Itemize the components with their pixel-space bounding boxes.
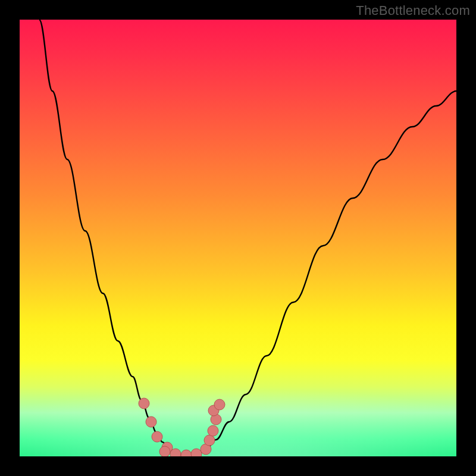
data-marker	[181, 450, 192, 456]
data-markers	[139, 398, 225, 456]
data-marker	[170, 449, 181, 456]
data-marker	[208, 425, 218, 436]
data-marker	[146, 416, 156, 427]
chart-svg	[20, 20, 456, 456]
data-marker	[152, 431, 162, 442]
outer-frame: TheBottleneck.com	[0, 0, 476, 476]
plot-area	[20, 20, 456, 456]
data-marker	[204, 435, 215, 446]
v-curve	[39, 20, 456, 456]
data-marker	[139, 398, 149, 409]
data-marker	[214, 399, 225, 410]
data-marker	[159, 446, 170, 456]
watermark-text: TheBottleneck.com	[356, 3, 470, 18]
data-marker	[191, 449, 202, 456]
